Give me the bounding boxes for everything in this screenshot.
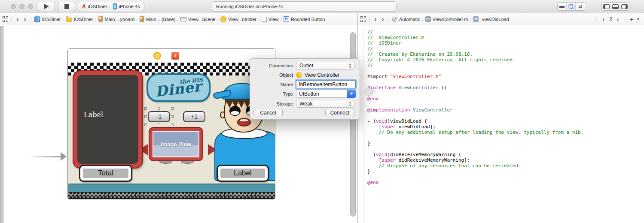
separator: |: [368, 16, 371, 22]
type-combobox[interactable]: UIButton: [296, 90, 356, 98]
assistant-editor-button[interactable]: [567, 3, 576, 10]
crumb-separator-icon: ›: [217, 17, 219, 22]
code-line: // Created by Ekaterina on 29.08.16.: [367, 51, 583, 57]
code-line: @end: [367, 96, 583, 102]
close-assistant-editor-button[interactable]: ×: [636, 16, 640, 22]
connect-button[interactable]: Connect: [325, 109, 354, 116]
standard-editor-button[interactable]: [558, 3, 567, 10]
code-line: [super didReceiveMemoryWarning];: [367, 157, 583, 163]
folder-icon: [66, 18, 72, 22]
code-line: // ViewController.m: [367, 35, 583, 40]
minimize-window-button[interactable]: [19, 4, 24, 9]
separator: |: [10, 16, 13, 22]
add-item-button[interactable]: +1: [183, 111, 205, 122]
view-controller-scene[interactable]: 1 Label the iOS Diner: [67, 48, 275, 199]
version-editor-button[interactable]: ⇄: [576, 3, 585, 10]
code-line: [367, 113, 583, 118]
back-button[interactable]: ‹: [372, 16, 378, 23]
next-counterpart-button[interactable]: ›: [615, 16, 621, 22]
code-line: [367, 79, 583, 85]
blackboard-surface: [77, 75, 138, 164]
breadcrumb-item[interactable]: Automatic: [392, 17, 420, 22]
storyboard-icon: [140, 16, 144, 22]
storage-popup[interactable]: Weak: [296, 100, 354, 108]
breadcrumb-label: Automatic: [399, 17, 420, 22]
breadcrumb-item[interactable]: Main....(Base): [140, 16, 175, 22]
crumb-separator-icon: ›: [280, 17, 282, 22]
name-input[interactable]: ibRemoveItemButton: [296, 80, 356, 88]
menu-blackboard[interactable]: Label: [73, 70, 143, 169]
total-badge[interactable]: Total: [79, 165, 132, 182]
breadcrumb-item[interactable]: iOSDiner: [34, 16, 61, 22]
remove-item-button[interactable]: -1: [148, 111, 170, 122]
code-editor[interactable]: //// ViewController.m// iOSDiner//// Cre…: [358, 26, 644, 223]
chevron-down-icon[interactable]: [347, 90, 356, 98]
breadcrumb-item[interactable]: Main....yboard: [98, 16, 135, 22]
debug-panel-icon: [612, 4, 619, 9]
assistant-controls: | ‹ 2 › | + ×: [595, 16, 641, 22]
toggle-debug-area-button[interactable]: [611, 3, 620, 10]
breadcrumb-item[interactable]: M-viewDidLoad: [473, 16, 509, 22]
connection-label: Connection: [250, 63, 293, 68]
breadcrumb: iOSDiner›iOSDiner›Main....yboard›Main...…: [34, 16, 355, 22]
price-badge[interactable]: Label: [217, 165, 269, 182]
crumb-separator-icon: ›: [136, 17, 138, 22]
back-button[interactable]: ‹: [15, 16, 20, 23]
related-items-icon[interactable]: [3, 16, 8, 22]
image-view[interactable]: Image View: [153, 131, 199, 157]
code-line: - (void)viewDidLoad {: [367, 118, 583, 124]
activity-viewer: Running iOSDiner on iPhone 4s: [212, 1, 397, 12]
zoom-window-button[interactable]: [28, 4, 33, 9]
activity-status: Running iOSDiner on iPhone 4s: [216, 4, 283, 9]
breadcrumb-item[interactable]: View...ntroller: [220, 16, 256, 22]
crumb-separator-icon: ›: [421, 17, 424, 22]
code-line: @interface ViewController (): [367, 85, 583, 90]
navigator-panel-icon: [603, 4, 610, 9]
code-line: [367, 102, 583, 107]
scheme-selector[interactable]: A iOSDiner › iPhone 4s: [78, 2, 144, 11]
breadcrumb-item[interactable]: BRounded Button: [284, 16, 325, 22]
play-icon: [44, 4, 49, 9]
toggle-utilities-button[interactable]: [620, 3, 629, 10]
code-line: }: [367, 141, 583, 146]
stop-icon: [64, 4, 69, 9]
close-window-button[interactable]: [11, 4, 16, 9]
breadcrumb-item[interactable]: iOSDiner: [66, 17, 93, 22]
run-button[interactable]: [38, 2, 55, 11]
price-label: Label: [220, 168, 266, 179]
name-label: Name: [250, 82, 293, 87]
cancel-button[interactable]: Cancel: [253, 109, 283, 116]
total-label: Total: [82, 168, 129, 179]
related-items-icon[interactable]: [360, 16, 366, 22]
breadcrumb-item[interactable]: View...Scene: [180, 17, 215, 22]
view-controller-dock-icon[interactable]: [153, 52, 161, 60]
image-view-label: Image View: [161, 141, 191, 148]
xcode-window: A iOSDiner › iPhone 4s Running iOSDiner …: [0, 0, 644, 223]
breadcrumb-item[interactable]: mViewController.m: [425, 16, 468, 22]
crumb-separator-icon: ›: [177, 17, 179, 22]
separator: |: [388, 16, 391, 22]
item-image-view-frame[interactable]: Image View: [149, 127, 203, 161]
connection-value: Outlet: [299, 63, 313, 69]
initial-view-controller-arrowhead: [61, 152, 67, 161]
stop-button[interactable]: [58, 2, 75, 11]
blackboard-label: Label: [84, 111, 103, 119]
connection-popup[interactable]: Outlet: [296, 62, 354, 69]
scheme-device: iPhone 4s: [119, 4, 140, 9]
toolbar: A iOSDiner › iPhone 4s Running iOSDiner …: [0, 0, 644, 13]
source-code[interactable]: //// ViewController.m// iOSDiner//// Cre…: [367, 29, 583, 185]
automatic-icon: [392, 17, 397, 22]
forward-button[interactable]: ›: [22, 16, 27, 23]
standard-editor-icon: [559, 5, 565, 9]
first-responder-dock-icon[interactable]: 1: [171, 52, 179, 60]
storage-label: Storage: [250, 101, 293, 106]
method-icon: M: [473, 16, 479, 22]
code-line: //: [367, 63, 583, 68]
previous-counterpart-button[interactable]: ‹: [601, 16, 606, 22]
add-assistant-editor-button[interactable]: +: [630, 16, 634, 22]
canvas-left-gutter: [0, 26, 4, 223]
toggle-navigator-button[interactable]: [602, 3, 611, 10]
forward-button[interactable]: ›: [380, 16, 385, 23]
breadcrumb-label: View...Scene: [188, 17, 215, 22]
breadcrumb-item[interactable]: View: [262, 17, 279, 22]
